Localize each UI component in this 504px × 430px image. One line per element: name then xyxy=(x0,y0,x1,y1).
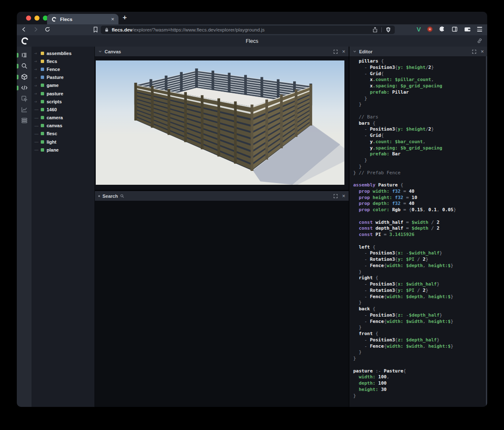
close-panel-icon[interactable]: × xyxy=(480,49,484,54)
shield-icon[interactable] xyxy=(386,27,391,33)
wallet-icon[interactable] xyxy=(464,26,471,32)
tree-item-label: scripts xyxy=(47,99,62,104)
tree-item-Fence[interactable]: -›Fence xyxy=(32,65,94,73)
tab-title: Flecs xyxy=(60,17,72,22)
code-line xyxy=(353,108,487,114)
code-line: - Position3{z: $depth_half} xyxy=(353,337,487,343)
address-bar[interactable]: flecs.dev/explorer/?wasm=https://www.fle… xyxy=(101,26,395,34)
fullscreen-icon[interactable] xyxy=(333,50,338,54)
code-line: - Grid{ xyxy=(353,71,487,77)
expand-arrow-icon[interactable]: -› xyxy=(34,59,41,63)
fullscreen-icon[interactable] xyxy=(333,194,338,198)
code-line: y.count: $bar_count, xyxy=(353,139,487,145)
close-window-button[interactable] xyxy=(26,16,31,21)
tree-item-label: plane xyxy=(47,147,59,152)
panel-bullet-icon[interactable] xyxy=(98,195,100,197)
tree-item-scripts[interactable]: -›scripts xyxy=(32,97,94,105)
rail-item-data[interactable] xyxy=(17,115,32,126)
chevron-down-icon[interactable] xyxy=(353,50,357,53)
new-tab-button[interactable]: + xyxy=(123,13,127,22)
tree-item-Pasture[interactable]: -›Pasture xyxy=(32,73,94,81)
vue-devtools-icon[interactable]: V xyxy=(417,26,421,32)
expand-arrow-icon[interactable]: -› xyxy=(34,83,41,88)
expand-arrow-icon[interactable]: -› xyxy=(34,91,41,96)
panel-rail xyxy=(17,47,32,407)
rail-item-canvas[interactable] xyxy=(17,71,32,82)
entity-color-square xyxy=(41,124,44,127)
expand-arrow-icon[interactable]: -› xyxy=(34,51,41,55)
tree-item-plane[interactable]: —plane xyxy=(32,146,94,154)
tree-item-game[interactable]: -›game xyxy=(32,81,94,89)
code-line: } xyxy=(353,349,487,356)
back-icon[interactable] xyxy=(21,26,27,32)
close-panel-icon[interactable]: × xyxy=(342,49,345,54)
tree-item-camera[interactable]: —camera xyxy=(32,114,94,122)
code-line: - Fence{width: $depth, height:$} xyxy=(353,294,487,300)
tree-item-canvas[interactable]: —canvas xyxy=(32,122,94,130)
rail-item-query[interactable] xyxy=(17,60,32,71)
entity-color-square xyxy=(41,132,44,135)
close-tab-icon[interactable]: × xyxy=(111,16,114,22)
rail-item-inspector[interactable] xyxy=(17,93,32,104)
expand-arrow-icon[interactable]: -› xyxy=(34,67,41,71)
code-line: const width_half = $width / 2 xyxy=(353,220,487,226)
menu-icon[interactable] xyxy=(477,27,482,31)
rail-item-statistics[interactable] xyxy=(17,104,32,115)
close-panel-icon[interactable]: × xyxy=(342,193,345,199)
tree-item-label: camera xyxy=(47,115,63,120)
code-line xyxy=(353,362,487,368)
canvas-viewport[interactable] xyxy=(95,56,349,190)
code-line: depth: 100 xyxy=(353,380,487,387)
3d-scene[interactable] xyxy=(96,60,344,185)
tree-item-label: assemblies xyxy=(47,51,71,56)
tree-item-flesc[interactable]: —flesc xyxy=(32,130,94,138)
search-icon xyxy=(120,194,124,198)
tree-item-flecs[interactable]: -›flecs xyxy=(32,57,94,65)
minimize-window-button[interactable] xyxy=(34,16,39,21)
url-domain: flecs.dev xyxy=(112,27,132,32)
tree-guide: — xyxy=(34,107,41,112)
search-panel: Search × xyxy=(95,191,349,407)
flecs-logo-icon xyxy=(21,37,29,45)
entity-color-square xyxy=(41,92,44,95)
tree-item-pasture[interactable]: -›pasture xyxy=(32,89,94,97)
code-line: - Position3{y: $height/2} xyxy=(353,126,487,133)
forward-icon[interactable] xyxy=(33,26,39,32)
expand-arrow-icon[interactable]: -› xyxy=(34,75,41,80)
code-line: - Fence{width: $depth, height:$} xyxy=(353,263,487,269)
tree-item-light[interactable]: —light xyxy=(32,138,94,146)
code-line: pillars { xyxy=(353,58,487,65)
code-line: // Bars xyxy=(353,114,487,121)
browser-tab[interactable]: Flecs × xyxy=(47,14,118,24)
expand-arrow-icon[interactable]: -› xyxy=(34,99,41,104)
code-line: prefab: Pillar xyxy=(353,89,487,96)
tree-item-label: canvas xyxy=(47,123,62,128)
fullscreen-icon[interactable] xyxy=(472,50,476,54)
inspector-icon xyxy=(21,95,28,102)
canvas-panel: Canvas × xyxy=(95,47,349,190)
rail-item-entity-tree[interactable] xyxy=(17,50,32,60)
code-line: assembly Pasture { xyxy=(353,182,487,189)
extensions-icon[interactable] xyxy=(439,26,445,32)
tree-item-label: 1460 xyxy=(47,107,57,112)
reload-icon[interactable] xyxy=(45,26,50,32)
chevron-down-icon[interactable] xyxy=(98,50,102,53)
tree-item-assemblies[interactable]: -›assemblies xyxy=(32,49,94,57)
share-icon[interactable] xyxy=(373,27,378,33)
link-icon[interactable] xyxy=(477,38,483,44)
code-editor[interactable]: pillars { - Position3{y: $height/2} - Gr… xyxy=(349,56,487,407)
rail-item-editor[interactable] xyxy=(17,82,32,93)
tree-item-1460[interactable]: —1460 xyxy=(32,105,94,113)
entity-color-square xyxy=(41,100,44,103)
code-line: } xyxy=(353,164,487,170)
tree-item-label: pasture xyxy=(47,91,63,96)
entity-color-square xyxy=(41,84,44,87)
search-panel-body xyxy=(95,201,349,407)
code-line: } xyxy=(353,393,487,399)
editor-scrollbar[interactable] xyxy=(486,56,487,407)
bookmark-icon[interactable] xyxy=(93,26,98,33)
extension-badge-icon[interactable] xyxy=(427,26,433,32)
stack-icon xyxy=(21,117,28,124)
code-line: - Grid{ xyxy=(353,133,487,139)
sidebar-icon[interactable] xyxy=(452,26,458,32)
